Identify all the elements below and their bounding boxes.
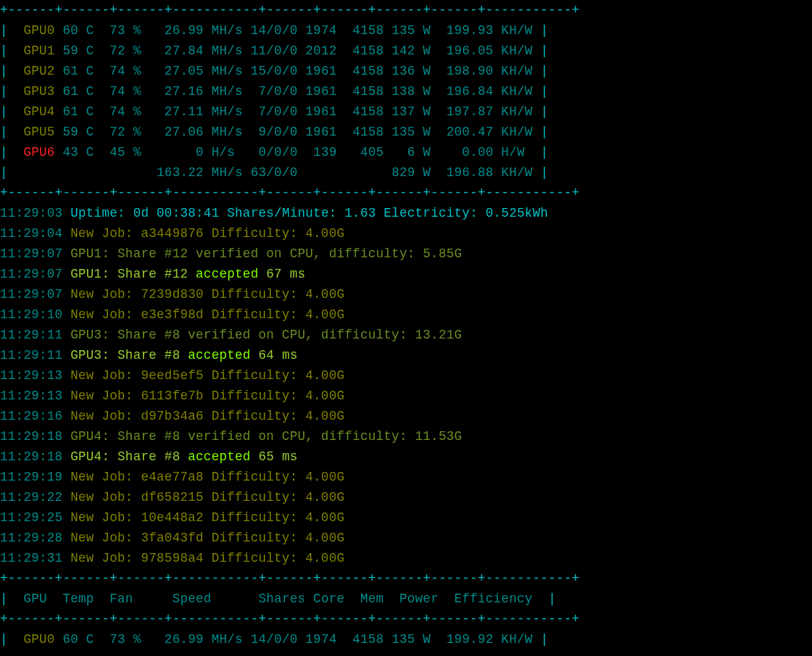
terminal-output: +------+------+------+-----------+------… xyxy=(0,0,812,649)
